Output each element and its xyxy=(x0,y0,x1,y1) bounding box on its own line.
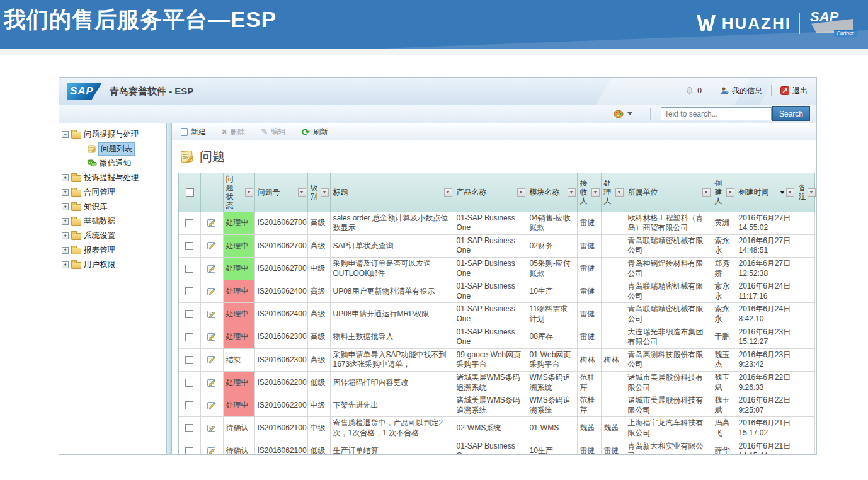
row-checkbox[interactable] xyxy=(185,265,193,273)
sidebar-item-5[interactable]: +知识库 xyxy=(62,200,166,214)
row-edit-icon[interactable] xyxy=(207,423,217,433)
sidebar-item-3[interactable]: +投诉提报与处理 xyxy=(62,171,166,185)
filter-button-title[interactable] xyxy=(444,188,452,197)
cell-company: 欧科林格工程塑料（青岛）商贸有限公司 xyxy=(625,212,712,234)
row-edit-icon[interactable] xyxy=(207,287,217,297)
column-label-receiver: 接收人 xyxy=(580,179,588,205)
cell-product: 01-SAP Business One xyxy=(454,280,527,303)
expand-icon[interactable]: + xyxy=(62,232,69,239)
row-edit-icon[interactable] xyxy=(207,355,217,365)
filter-caret-icon xyxy=(300,191,304,193)
row-checkbox[interactable] xyxy=(185,242,193,250)
slide-title: 我们的售后服务平台—ESP xyxy=(4,5,277,35)
row-edit-icon[interactable] xyxy=(207,241,217,251)
sidebar-item-label[interactable]: 微信通知 xyxy=(100,158,131,169)
filter-button-creator[interactable] xyxy=(726,188,734,197)
filter-button-created[interactable] xyxy=(786,188,794,197)
filter-button-remark[interactable] xyxy=(808,188,816,197)
row-checkbox[interactable] xyxy=(185,310,193,318)
row-edit-icon[interactable] xyxy=(207,401,217,411)
column-header-select[interactable] xyxy=(179,173,200,212)
cell-edit xyxy=(200,326,223,348)
filter-button-product[interactable] xyxy=(517,188,525,197)
column-header-status[interactable]: 问题状态 xyxy=(223,173,254,212)
new-button[interactable]: 新建 xyxy=(174,125,212,139)
row-checkbox[interactable] xyxy=(185,379,193,387)
notification-link[interactable]: 0 xyxy=(685,86,702,96)
filter-button-module[interactable] xyxy=(568,188,576,197)
search-button[interactable]: Search xyxy=(772,106,810,121)
column-header-product[interactable]: 产品名称 xyxy=(454,173,527,212)
expand-icon[interactable]: + xyxy=(62,247,69,254)
column-header-receiver[interactable]: 接收人 xyxy=(577,173,601,212)
sidebar-item-label[interactable]: 知识库 xyxy=(84,202,108,212)
expand-icon[interactable]: + xyxy=(62,174,69,181)
column-header-handler[interactable]: 处理人 xyxy=(601,173,625,212)
sidebar-splitter[interactable] xyxy=(166,123,172,455)
expand-icon[interactable]: + xyxy=(62,189,69,196)
sidebar-item-7[interactable]: +系统设置 xyxy=(62,229,166,243)
column-header-issue_no[interactable]: 问题号 xyxy=(254,173,307,212)
expand-icon[interactable]: + xyxy=(62,261,69,268)
cell-created: 2016年6月21日 15:17:02 xyxy=(736,417,796,440)
sidebar-item-1[interactable]: 问题列表 xyxy=(62,142,166,156)
cell-company: 青岛联瑞精密机械有限公司 xyxy=(625,303,712,326)
row-checkbox[interactable] xyxy=(185,287,193,295)
my-info-link[interactable]: i 我的信息 xyxy=(720,86,762,96)
sidebar-item-label[interactable]: 基础数据 xyxy=(84,216,115,227)
filter-button-handler[interactable] xyxy=(615,188,624,197)
row-edit-icon[interactable] xyxy=(207,378,217,388)
row-edit-icon[interactable] xyxy=(207,218,217,228)
filter-button-company[interactable] xyxy=(702,188,711,197)
column-header-module[interactable]: 模块名称 xyxy=(527,173,577,212)
row-checkbox[interactable] xyxy=(185,447,193,455)
column-header-company[interactable]: 所属单位 xyxy=(625,173,712,212)
row-checkbox[interactable] xyxy=(185,356,193,364)
row-edit-icon[interactable] xyxy=(207,446,217,455)
cell-level: 高级 xyxy=(307,212,330,234)
sidebar-item-9[interactable]: +用户权限 xyxy=(62,258,166,272)
sidebar-item-4[interactable]: +合同管理 xyxy=(62,185,166,200)
sidebar-item-label[interactable]: 系统设置 xyxy=(84,231,115,241)
row-edit-icon[interactable] xyxy=(207,332,217,342)
filter-caret-icon xyxy=(728,191,732,193)
collapse-icon[interactable]: − xyxy=(62,131,69,138)
filter-button-receiver[interactable] xyxy=(591,188,600,197)
row-checkbox[interactable] xyxy=(185,333,193,341)
column-header-remark[interactable]: 备注 xyxy=(796,173,814,212)
sidebar-item-6[interactable]: +基础数据 xyxy=(62,214,166,229)
table-row: 结束IS20160623001高级采购申请单导入SAP功能中找不到1673这张采… xyxy=(179,348,814,371)
row-checkbox[interactable] xyxy=(185,401,193,409)
sidebar-item-label[interactable]: 用户权限 xyxy=(84,260,115,270)
row-checkbox[interactable] xyxy=(185,219,193,227)
search-input[interactable] xyxy=(661,107,772,120)
row-edit-icon[interactable] xyxy=(207,309,217,319)
column-header-created[interactable]: 创建时间 xyxy=(736,173,796,212)
cell-status: 处理中 xyxy=(223,394,254,417)
filter-button-level[interactable] xyxy=(321,188,329,197)
sidebar-item-2[interactable]: 微信通知 xyxy=(62,156,166,171)
select-all-checkbox[interactable] xyxy=(186,188,194,197)
column-header-title[interactable]: 标题 xyxy=(330,173,454,212)
expand-icon[interactable]: + xyxy=(62,218,69,225)
sidebar-item-8[interactable]: +报表管理 xyxy=(62,243,166,258)
row-checkbox[interactable] xyxy=(185,424,193,432)
sidebar-item-0[interactable]: −问题提报与处理 xyxy=(62,127,166,142)
filter-button-status[interactable] xyxy=(245,188,253,197)
column-header-level[interactable]: 级别 xyxy=(307,173,330,212)
logout-link[interactable]: 退出 xyxy=(780,86,808,96)
sidebar-item-label[interactable]: 报表管理 xyxy=(84,245,115,256)
sidebar-item-label[interactable]: 合同管理 xyxy=(84,187,115,198)
sidebar-item-label[interactable]: 问题列表 xyxy=(99,143,134,155)
sidebar-item-label[interactable]: 问题提报与处理 xyxy=(84,129,139,140)
cell-remark xyxy=(796,371,814,394)
row-edit-icon[interactable] xyxy=(207,264,217,274)
column-label-remark: 备注 xyxy=(799,183,806,201)
filter-button-issue_no[interactable] xyxy=(298,188,306,197)
sidebar-item-label[interactable]: 投诉提报与处理 xyxy=(84,173,139,183)
column-header-creator[interactable]: 创建人 xyxy=(712,173,736,212)
theme-dropdown-button[interactable] xyxy=(610,108,636,120)
refresh-button[interactable]: ⟳刷新 xyxy=(295,125,334,139)
cell-creator: 黄洲 xyxy=(712,212,736,234)
expand-icon[interactable]: + xyxy=(62,203,69,210)
